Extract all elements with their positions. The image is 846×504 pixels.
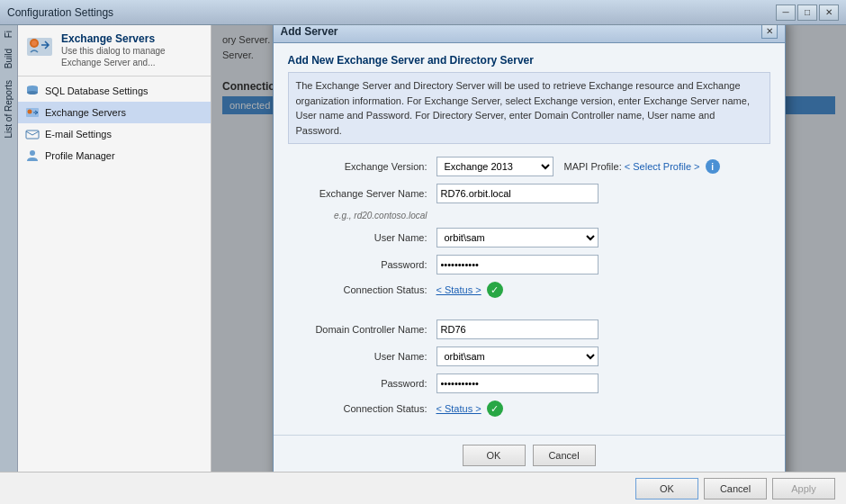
connection-status2-row: Connection Status: < Status > ✓ — [288, 400, 770, 417]
password2-control — [436, 374, 770, 393]
title-bar-controls: ─ □ ✕ — [776, 4, 839, 21]
username2-label: User Name: — [288, 351, 436, 362]
domain-controller-label: Domain Controller Name: — [288, 324, 436, 335]
password-input[interactable] — [436, 255, 598, 274]
domain-controller-row: Domain Controller Name: — [288, 320, 770, 339]
modal-footer: OK Cancel — [274, 435, 785, 472]
section-divider — [288, 305, 770, 320]
connection-status-control: < Status > ✓ — [436, 282, 770, 298]
username-select[interactable]: orbit\sam — [436, 228, 598, 248]
content-area: Fi Build List of Reports Exchang — [0, 25, 846, 472]
email-icon — [25, 127, 40, 141]
modal-ok-button[interactable]: OK — [463, 445, 526, 466]
close-button[interactable]: ✕ — [819, 4, 839, 21]
select-profile-link[interactable]: < Select Profile > — [625, 161, 700, 172]
username2-row: User Name: orbit\sam — [288, 346, 770, 366]
email-label: E-mail Settings — [45, 129, 112, 140]
domain-controller-input[interactable] — [436, 320, 598, 339]
sidebar-item-email[interactable]: E-mail Settings — [18, 123, 211, 145]
password-row: Password: — [288, 255, 770, 274]
vert-label-reports[interactable]: List of Reports — [2, 75, 15, 143]
info-icon[interactable]: i — [706, 159, 720, 174]
mapi-profile-label: MAPI Profile: < Select Profile > — [564, 161, 700, 172]
sidebar: Exchange Servers Use this dialog to mana… — [18, 25, 212, 472]
server-name-control — [436, 184, 770, 203]
sidebar-item-sql[interactable]: SQL Database Settings — [18, 80, 211, 102]
modal-overlay: Add Server ✕ Add New Exchange Server and… — [212, 25, 846, 472]
database-icon — [25, 84, 40, 98]
apply-button[interactable]: Apply — [772, 478, 835, 500]
sidebar-header: Exchange Servers Use this dialog to mana… — [18, 25, 211, 76]
username-control: orbit\sam — [436, 228, 770, 248]
modal-body: Add New Exchange Server and Directory Se… — [274, 43, 785, 435]
vert-label-build[interactable]: Build — [2, 43, 15, 74]
password2-row: Password: — [288, 374, 770, 393]
cancel-button[interactable]: Cancel — [704, 478, 767, 500]
sidebar-item-exchange[interactable]: Exchange Servers — [18, 102, 211, 123]
ok-button[interactable]: OK — [635, 478, 698, 500]
sidebar-title: Exchange Servers — [61, 32, 203, 45]
maximize-button[interactable]: □ — [797, 4, 817, 21]
username-label: User Name: — [288, 232, 436, 243]
modal-description: The Exchange Server and Directory Server… — [288, 72, 770, 144]
main-right: ory Server. Select an Server. Connection… — [212, 25, 846, 472]
modal-title-bar: Add Server ✕ — [274, 25, 785, 43]
sql-label: SQL Database Settings — [45, 86, 148, 96]
exchange-version-control: Exchange 2013 Exchange 2010 Exchange 200… — [436, 157, 770, 176]
server-name-row: Exchange Server Name: — [288, 184, 770, 203]
connection-check2-icon: ✓ — [487, 400, 503, 417]
modal-section-title: Add New Exchange Server and Directory Se… — [288, 54, 770, 67]
username2-select[interactable]: orbit\sam — [436, 346, 598, 366]
server-name-hint-row: e.g., rd20.contoso.local — [288, 211, 770, 220]
server-name-label: Exchange Server Name: — [288, 188, 436, 199]
password-control — [436, 255, 770, 274]
add-server-modal: Add Server ✕ Add New Exchange Server and… — [273, 25, 786, 472]
svg-point-7 — [28, 110, 32, 114]
status-link[interactable]: < Status > — [436, 284, 482, 295]
modal-close-button[interactable]: ✕ — [761, 25, 778, 39]
svg-point-9 — [30, 150, 35, 156]
username2-control: orbit\sam — [436, 346, 770, 366]
exchange-icon — [25, 32, 54, 61]
window-title: Configuration Settings — [7, 6, 113, 19]
svg-point-2 — [32, 40, 37, 46]
profile-label: Profile Manager — [45, 150, 115, 161]
password2-label: Password: — [288, 378, 436, 389]
title-bar: Configuration Settings ─ □ ✕ — [0, 0, 846, 25]
password2-input[interactable] — [436, 374, 598, 393]
connection-status2-label: Connection Status: — [288, 403, 436, 414]
sidebar-subtitle: Use this dialog to manage Exchange Serve… — [61, 45, 203, 68]
connection-status-label: Connection Status: — [288, 284, 436, 295]
username-row: User Name: orbit\sam — [288, 228, 770, 248]
exchange-label: Exchange Servers — [45, 107, 126, 118]
bottom-bar: OK Cancel Apply — [0, 472, 846, 504]
svg-point-5 — [27, 91, 38, 94]
sidebar-item-profile[interactable]: Profile Manager — [18, 145, 211, 166]
connection-status2-control: < Status > ✓ — [436, 400, 770, 417]
exchange-version-label: Exchange Version: — [288, 161, 436, 172]
main-window: Configuration Settings ─ □ ✕ Fi Build Li… — [0, 0, 846, 504]
exchange-nav-icon — [25, 105, 40, 120]
status2-link[interactable]: < Status > — [436, 403, 482, 414]
exchange-version-select[interactable]: Exchange 2013 Exchange 2010 Exchange 200… — [436, 157, 554, 176]
exchange-version-row: Exchange Version: Exchange 2013 Exchange… — [288, 157, 770, 176]
vert-label-fi[interactable]: Fi — [2, 25, 15, 43]
modal-cancel-button[interactable]: Cancel — [533, 445, 596, 466]
minimize-button[interactable]: ─ — [776, 4, 796, 21]
modal-title: Add Server — [281, 25, 338, 38]
sidebar-title-block: Exchange Servers Use this dialog to mana… — [61, 32, 203, 68]
server-name-hint: e.g., rd20.contoso.local — [288, 211, 436, 220]
server-name-input[interactable] — [436, 184, 598, 203]
connection-check-icon: ✓ — [487, 282, 503, 298]
profile-icon — [25, 148, 40, 163]
domain-controller-control — [436, 320, 770, 339]
connection-status-row: Connection Status: < Status > ✓ — [288, 282, 770, 298]
password-label: Password: — [288, 259, 436, 270]
sidebar-nav: SQL Database Settings Exchange Servers — [18, 76, 211, 170]
vertical-strip: Fi Build List of Reports — [0, 25, 18, 472]
